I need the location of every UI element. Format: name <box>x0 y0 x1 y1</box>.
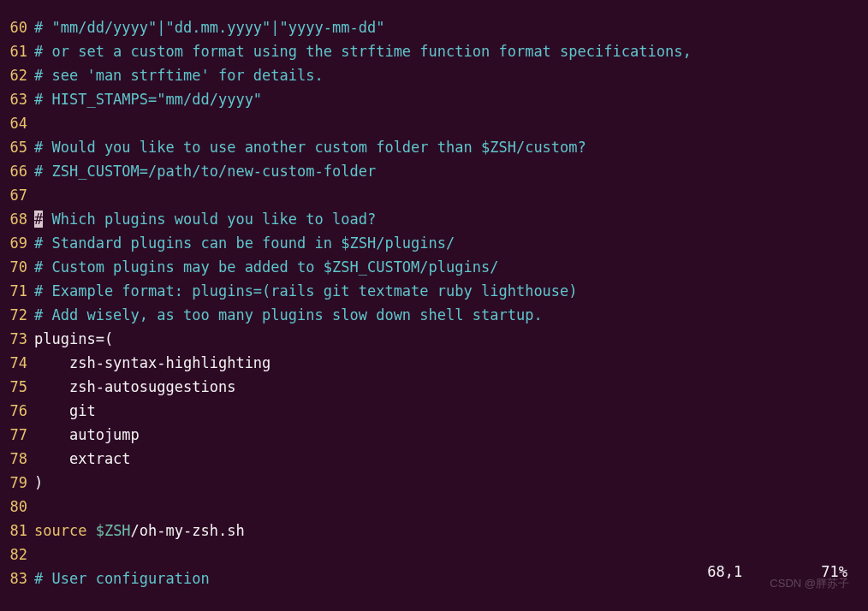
line-number: 80 <box>0 495 34 519</box>
code-line[interactable]: 68# Which plugins would you like to load… <box>0 207 868 231</box>
editor-viewport[interactable]: 60# "mm/dd/yyyy"|"dd.mm.yyyy"|"yyyy-mm-d… <box>0 0 868 611</box>
code-token: # User configuration <box>34 570 210 587</box>
code-content[interactable]: # Example format: plugins=(rails git tex… <box>34 279 868 303</box>
code-token: git <box>34 402 96 419</box>
code-line[interactable]: 78 extract <box>0 447 868 471</box>
code-line[interactable]: 76 git <box>0 399 868 423</box>
line-number: 76 <box>0 399 34 423</box>
code-line[interactable]: 60# "mm/dd/yyyy"|"dd.mm.yyyy"|"yyyy-mm-d… <box>0 15 868 39</box>
code-token: # <box>34 211 43 228</box>
line-number: 65 <box>0 135 34 159</box>
line-number: 75 <box>0 375 34 399</box>
line-number: 68 <box>0 207 34 231</box>
code-content[interactable]: git <box>34 399 868 423</box>
line-number: 62 <box>0 63 34 87</box>
code-lines: 60# "mm/dd/yyyy"|"dd.mm.yyyy"|"yyyy-mm-d… <box>0 15 868 590</box>
code-line[interactable]: 63# HIST_STAMPS="mm/dd/yyyy" <box>0 87 868 111</box>
code-token: # Example format: plugins=(rails git tex… <box>34 282 578 300</box>
code-content[interactable]: # Add wisely, as too many plugins slow d… <box>34 303 868 327</box>
code-token: ) <box>34 474 43 491</box>
code-token: # Would you like to use another custom f… <box>34 139 586 156</box>
line-number: 78 <box>0 447 34 471</box>
code-token: extract <box>34 450 131 467</box>
watermark: CSDN @胖苏子 <box>770 572 849 596</box>
code-line[interactable]: 61# or set a custom format using the str… <box>0 39 868 63</box>
line-number: 83 <box>0 567 34 590</box>
line-number: 77 <box>0 423 34 447</box>
code-content[interactable] <box>34 183 868 207</box>
line-number: 81 <box>0 519 34 543</box>
line-number: 82 <box>0 543 34 567</box>
line-number: 64 <box>0 111 34 135</box>
code-line[interactable]: 72# Add wisely, as too many plugins slow… <box>0 303 868 327</box>
code-token: zsh-syntax-highlighting <box>34 354 271 371</box>
code-line[interactable]: 71# Example format: plugins=(rails git t… <box>0 279 868 303</box>
line-number: 61 <box>0 39 34 63</box>
code-line[interactable]: 64 <box>0 111 868 135</box>
code-line[interactable]: 70# Custom plugins may be added to $ZSH_… <box>0 255 868 279</box>
code-content[interactable]: # "mm/dd/yyyy"|"dd.mm.yyyy"|"yyyy-mm-dd" <box>34 15 868 39</box>
code-token: # Add wisely, as too many plugins slow d… <box>34 306 543 323</box>
code-content[interactable]: # HIST_STAMPS="mm/dd/yyyy" <box>34 87 868 111</box>
code-content[interactable]: # see 'man strftime' for details. <box>34 63 868 87</box>
code-token: # Standard plugins can be found in $ZSH/… <box>34 234 455 252</box>
line-number: 67 <box>0 183 34 207</box>
line-number: 73 <box>0 327 34 351</box>
code-line[interactable]: 67 <box>0 183 868 207</box>
code-content[interactable]: extract <box>34 447 868 471</box>
code-content[interactable]: ) <box>34 471 868 495</box>
line-number: 60 <box>0 15 34 39</box>
code-content[interactable]: zsh-syntax-highlighting <box>34 351 868 375</box>
code-content[interactable]: # or set a custom format using the strft… <box>34 39 868 63</box>
code-line[interactable]: 73plugins=( <box>0 327 868 351</box>
code-line[interactable]: 79) <box>0 471 868 495</box>
code-line[interactable]: 77 autojump <box>0 423 868 447</box>
code-token: # "mm/dd/yyyy"|"dd.mm.yyyy"|"yyyy-mm-dd" <box>34 19 384 36</box>
code-token: zsh-autosuggestions <box>34 378 235 395</box>
code-content[interactable]: plugins=( <box>34 327 868 351</box>
code-token: source <box>34 522 96 539</box>
code-token: # ZSH_CUSTOM=/path/to/new-custom-folder <box>34 163 376 180</box>
code-content[interactable]: zsh-autosuggestions <box>34 375 868 399</box>
line-number: 63 <box>0 87 34 111</box>
code-line[interactable]: 66# ZSH_CUSTOM=/path/to/new-custom-folde… <box>0 159 868 183</box>
code-content[interactable]: # ZSH_CUSTOM=/path/to/new-custom-folder <box>34 159 868 183</box>
code-token: Which plugins would you like to load? <box>43 211 376 228</box>
code-token: /oh-my-zsh.sh <box>131 522 245 539</box>
code-line[interactable]: 65# Would you like to use another custom… <box>0 135 868 159</box>
code-token: plugins=( <box>34 330 113 347</box>
code-line[interactable]: 75 zsh-autosuggestions <box>0 375 868 399</box>
line-number: 79 <box>0 471 34 495</box>
code-content[interactable]: autojump <box>34 423 868 447</box>
code-token: # HIST_STAMPS="mm/dd/yyyy" <box>34 91 262 108</box>
line-number: 69 <box>0 231 34 255</box>
code-content[interactable]: # Would you like to use another custom f… <box>34 135 868 159</box>
code-content[interactable] <box>34 111 868 135</box>
line-number: 72 <box>0 303 34 327</box>
code-token: # or set a custom format using the strft… <box>34 43 692 60</box>
code-content[interactable] <box>34 495 868 519</box>
code-line[interactable]: 69# Standard plugins can be found in $ZS… <box>0 231 868 255</box>
code-content[interactable]: # Standard plugins can be found in $ZSH/… <box>34 231 868 255</box>
code-content[interactable]: # Custom plugins may be added to $ZSH_CU… <box>34 255 868 279</box>
code-content[interactable]: # Which plugins would you like to load? <box>34 207 868 231</box>
line-number: 74 <box>0 351 34 375</box>
code-line[interactable]: 74 zsh-syntax-highlighting <box>0 351 868 375</box>
cursor-position: 68,1 <box>707 563 742 580</box>
code-line[interactable]: 62# see 'man strftime' for details. <box>0 63 868 87</box>
line-number: 66 <box>0 159 34 183</box>
code-token: # Custom plugins may be added to $ZSH_CU… <box>34 258 498 276</box>
code-line[interactable]: 80 <box>0 495 868 519</box>
line-number: 71 <box>0 279 34 303</box>
line-number: 70 <box>0 255 34 279</box>
code-token: $ZSH <box>96 522 131 539</box>
code-token: autojump <box>34 426 140 443</box>
code-token: # see 'man strftime' for details. <box>34 67 324 84</box>
